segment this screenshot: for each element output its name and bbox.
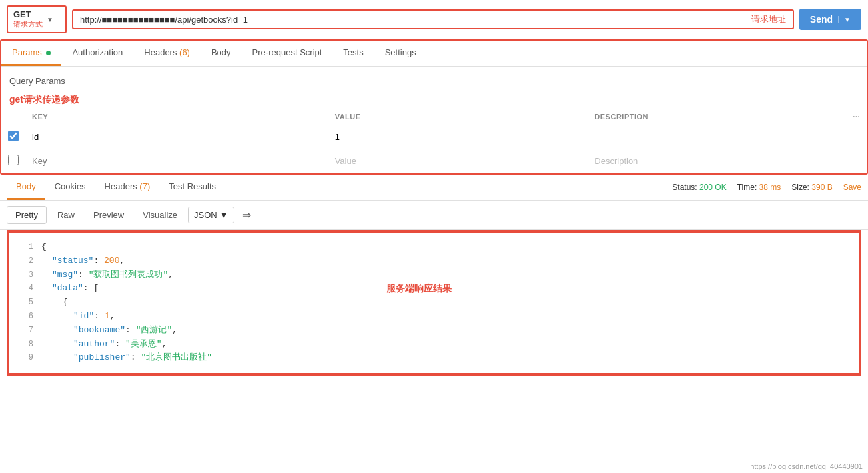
- status-label: Status: 200 OK: [672, 183, 726, 192]
- raw-label: Raw: [57, 210, 75, 220]
- tab-authorization[interactable]: Authorization: [61, 41, 133, 66]
- tab-settings[interactable]: Settings: [374, 41, 427, 66]
- request-tabs-row: Params Authorization Headers (6) Body Pr…: [1, 41, 867, 67]
- line-num-5: 5: [20, 296, 33, 309]
- table-row-empty: Value Description: [1, 149, 867, 173]
- tab-tests-label: Tests: [343, 47, 363, 57]
- url-annotation: 请求地址: [751, 13, 786, 25]
- json-line-7: 7"bookname": "西游记",: [20, 324, 848, 338]
- param-value-input[interactable]: [335, 132, 582, 142]
- tab-params[interactable]: Params: [1, 41, 61, 66]
- size-label: Size: 390 B: [791, 183, 832, 192]
- body-tab-raw[interactable]: Raw: [49, 207, 83, 223]
- url-input[interactable]: [80, 15, 745, 25]
- tab-tests[interactable]: Tests: [332, 41, 374, 66]
- json-object-open: {: [63, 297, 68, 307]
- watermark: https://blog.csdn.net/qq_40440901: [750, 462, 863, 470]
- get-annotation: get请求传递参数: [9, 94, 867, 106]
- json-line-6: 6"id": 1,: [20, 310, 848, 324]
- empty-key-cell[interactable]: [25, 149, 328, 173]
- server-annotation: 服务端响应结果: [386, 283, 452, 295]
- json-brace-open: {: [41, 242, 47, 252]
- time-value: 38 ms: [759, 183, 781, 192]
- response-tab-test-results[interactable]: Test Results: [159, 175, 225, 200]
- send-button[interactable]: Send ▼: [799, 9, 861, 30]
- empty-desc-cell[interactable]: Description: [588, 149, 846, 173]
- tab-headers-label: Headers (6): [144, 47, 190, 57]
- response-section: Body Cookies Headers (7) Test Results St…: [0, 175, 868, 473]
- method-label: 请求方式: [13, 19, 43, 29]
- empty-checkbox-cell: [1, 149, 25, 173]
- json-viewer: 1{ 2"status": 200, 3"msg": "获取图书列表成功", 4…: [7, 230, 861, 376]
- params-dot: [46, 51, 51, 55]
- param-checkbox-cell: [1, 125, 25, 149]
- preview-label: Preview: [93, 210, 124, 220]
- params-table-header: KEY VALUE DESCRIPTION ···: [1, 109, 867, 125]
- method-block: GET 请求方式: [13, 9, 43, 29]
- method-text: GET: [13, 9, 31, 19]
- request-section: Params Authorization Headers (6) Body Pr…: [0, 39, 868, 175]
- time-label: Time: 38 ms: [737, 183, 781, 192]
- json-line-9: 9"publisher": "北京图书出版社": [20, 351, 848, 365]
- line-num-3: 3: [20, 269, 33, 282]
- col-key: KEY: [25, 109, 328, 125]
- save-button[interactable]: Save: [843, 183, 861, 192]
- format-selector[interactable]: JSON ▼: [188, 207, 234, 223]
- table-row: [1, 125, 867, 149]
- json-status-key: "status": 200,: [52, 256, 125, 266]
- response-body-label: Body: [16, 181, 36, 191]
- response-tab-body[interactable]: Body: [7, 175, 45, 200]
- tab-pre-request[interactable]: Pre-request Script: [242, 41, 333, 66]
- tab-body[interactable]: Body: [201, 41, 242, 66]
- param-desc-input[interactable]: [594, 132, 839, 142]
- line-num-6: 6: [20, 310, 33, 323]
- body-tab-visualize[interactable]: Visualize: [135, 207, 185, 223]
- empty-desc-placeholder: Description: [594, 156, 638, 166]
- body-tab-pretty[interactable]: Pretty: [7, 206, 47, 224]
- line-num-4: 4: [20, 282, 33, 295]
- json-line-2: 2"status": 200,: [20, 254, 848, 268]
- response-status-bar: Status: 200 OK Time: 38 ms Size: 390 B S…: [672, 183, 861, 192]
- param-id-checkbox[interactable]: [8, 131, 19, 141]
- send-dropdown-icon[interactable]: ▼: [838, 16, 851, 23]
- json-bookname-field: "bookname": "西游记",: [73, 325, 177, 335]
- tab-body-label: Body: [211, 47, 231, 57]
- send-label: Send: [810, 14, 833, 25]
- response-tabs-row: Body Cookies Headers (7) Test Results St…: [0, 175, 868, 201]
- col-description: DESCRIPTION: [588, 109, 846, 125]
- line-num-1: 1: [20, 241, 33, 254]
- empty-key-input[interactable]: [32, 156, 322, 166]
- param-id-desc[interactable]: [588, 125, 846, 149]
- col-value: VALUE: [328, 109, 588, 125]
- method-dropdown-icon[interactable]: ▼: [47, 16, 53, 23]
- param-key-input[interactable]: [32, 132, 322, 142]
- headers-count: (6): [179, 47, 190, 57]
- json-msg-key: "msg": "获取图书列表成功",: [52, 270, 173, 280]
- method-selector[interactable]: GET 请求方式 ▼: [7, 5, 67, 33]
- response-tab-headers[interactable]: Headers (7): [95, 175, 160, 200]
- col-checkbox: [1, 109, 25, 125]
- json-data-key: "data": [: [52, 283, 99, 293]
- json-line-8: 8"author": "吴承恩",: [20, 338, 848, 352]
- size-value: 390 B: [811, 183, 832, 192]
- response-test-results-label: Test Results: [169, 181, 216, 191]
- line-num-2: 2: [20, 255, 33, 268]
- json-line-1: 1{: [20, 240, 848, 254]
- tab-headers[interactable]: Headers (6): [133, 41, 201, 66]
- line-num-8: 8: [20, 338, 33, 351]
- empty-checkbox[interactable]: [8, 155, 19, 165]
- empty-value-placeholder: Value: [335, 156, 356, 166]
- tab-params-label: Params: [12, 47, 42, 57]
- empty-value-cell[interactable]: Value: [328, 149, 588, 173]
- response-tab-cookies[interactable]: Cookies: [45, 175, 95, 200]
- params-table: KEY VALUE DESCRIPTION ···: [1, 109, 867, 173]
- format-dropdown-icon: ▼: [220, 210, 228, 220]
- json-author-field: "author": "吴承恩",: [73, 339, 167, 349]
- param-id-key[interactable]: [25, 125, 328, 149]
- param-id-value[interactable]: [328, 125, 588, 149]
- wrap-icon[interactable]: ⇒: [242, 209, 251, 221]
- response-headers-count: (7): [139, 181, 150, 191]
- body-tab-preview[interactable]: Preview: [85, 207, 132, 223]
- format-label: JSON: [194, 210, 217, 220]
- request-tabs-container: Params Authorization Headers (6) Body Pr…: [0, 39, 868, 175]
